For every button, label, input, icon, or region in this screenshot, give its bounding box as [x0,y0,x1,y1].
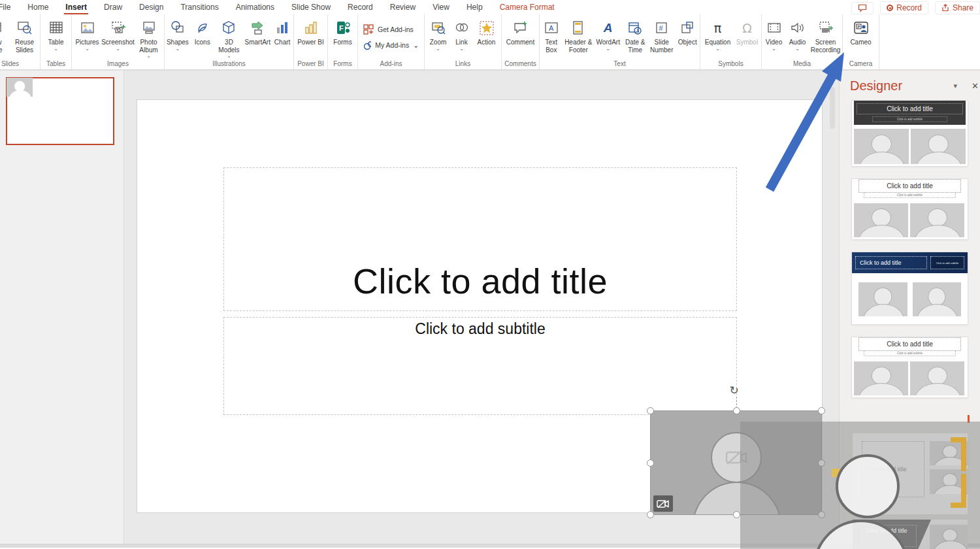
camera-off-badge [653,495,673,512]
pictures-button[interactable]: Pictures ⌄ [73,16,103,51]
card-title-text: Click to add title [858,337,961,351]
dropdown-chevron: ⌄ [176,47,180,51]
ribbon-group-tables: Table ⌄ Tables [41,14,72,69]
tab-transitions[interactable]: Transitions [172,0,227,14]
record-button[interactable]: Record [880,1,928,14]
slide-number-button[interactable]: # Slide Number [648,16,675,54]
title-placeholder-text: Click to add title [353,261,608,301]
wordart-button[interactable]: A WordArt ⌄ [594,16,622,51]
equation-button[interactable]: π Equation ⌄ [702,16,734,51]
group-label: Media [762,59,842,69]
card-subtitle-text: Click to add subtitle [872,116,947,122]
text-box-button[interactable]: A Text Box [540,16,563,54]
comment-bubble-icon [858,4,867,12]
photo-album-button[interactable]: Photo Album ⌄ [134,16,164,58]
tab-view[interactable]: View [424,0,458,14]
zoom-icon [430,18,447,39]
link-button[interactable]: Link ⌄ [451,16,473,51]
designer-panel-title: Designer [850,78,954,93]
ribbon-group-slides: New Slide ⌄ Reuse Slides Slides [0,14,41,69]
smartart-icon [249,18,266,39]
group-label: Tables [41,59,71,69]
3d-models-button[interactable]: 3D Models ⌄ [214,16,244,58]
my-add-ins-button[interactable]: My Add-ins ⌄ [363,40,419,50]
cameo-button[interactable]: P Cameo [845,16,877,46]
comments-toggle-button[interactable] [851,2,874,14]
design-suggestion-card[interactable]: Click to add title Click to add subtitle [852,252,968,324]
new-slide-icon [0,18,4,39]
resize-handle[interactable] [647,407,654,414]
svg-text:P: P [857,25,860,29]
slide-1-thumbnail[interactable] [6,77,114,145]
tab-help[interactable]: Help [458,0,491,14]
video-button[interactable]: Video ⌄ [762,16,786,51]
screen-recording-icon [817,18,834,39]
tab-camera-format[interactable]: Camera Format [491,0,563,14]
rotate-handle[interactable]: ↻ [730,384,739,397]
person-placeholder [930,525,968,549]
ribbon-group-links: Zoom ⌄ Link ⌄ Action Links [425,14,502,69]
shapes-button[interactable]: Shapes ⌄ [165,16,191,51]
audio-button[interactable]: Audio ⌄ [786,16,809,51]
tab-file[interactable]: File [0,0,19,14]
power-bi-button[interactable]: Power BI [296,16,326,46]
smartart-button[interactable]: SmartArt [244,16,271,46]
button-label: 3D Models [215,39,244,54]
comment-button[interactable]: Comment [503,16,538,46]
card-title-text: Click to add title [858,179,961,193]
zoom-button[interactable]: Zoom ⌄ [426,16,451,51]
button-label: Video [766,39,782,46]
tab-review[interactable]: Review [382,0,424,14]
chevron-down-icon[interactable]: ▾ [954,82,958,90]
tab-slide-show[interactable]: Slide Show [283,0,339,14]
screen-recording-button[interactable]: Screen Recording [809,16,842,54]
object-button[interactable]: Object [675,16,700,46]
design-suggestion-card[interactable]: Click to add title Click to add subtitle [852,101,968,166]
resize-handle[interactable] [818,407,825,414]
tab-design[interactable]: Design [131,0,172,14]
button-label: Photo Album [135,39,163,54]
group-label: Power BI [294,59,327,69]
tab-home[interactable]: Home [19,0,57,14]
button-label: Forms [333,39,351,46]
resize-handle[interactable] [647,511,654,518]
chart-button[interactable]: Chart [271,16,293,46]
close-icon[interactable]: ✕ [972,81,979,91]
svg-text:A: A [549,24,554,32]
screenshot-button[interactable]: Screenshot ⌄ [103,16,134,51]
resize-handle[interactable] [733,407,740,414]
slide-thumbnail-panel [0,71,124,544]
button-label: Pictures [75,39,99,46]
resize-handle[interactable] [647,459,654,467]
ribbon-group-text: A Text Box Header & Footer A WordArt ⌄ D… [540,14,700,69]
table-button[interactable]: Table ⌄ [42,16,71,51]
button-label: Cameo [850,39,871,46]
date-time-button[interactable]: Date & Time [622,16,648,54]
person-placeholder [854,129,909,164]
tab-draw[interactable]: Draw [95,0,131,14]
tab-animations[interactable]: Animations [227,0,283,14]
icons-button[interactable]: Icons [191,16,214,46]
design-suggestion-card[interactable]: Click to add title Click to add subtitle [852,337,968,397]
get-add-ins-button[interactable]: Get Add-ins [363,24,419,35]
video-icon [766,18,783,39]
share-button[interactable]: Share [935,1,980,14]
reuse-slides-button[interactable]: Reuse Slides [10,16,40,54]
icons-icon [194,18,211,39]
header-footer-button[interactable]: Header & Footer [563,16,594,54]
ribbon-group-illustrations: Shapes ⌄ Icons 3D Models ⌄ SmartArt [165,14,294,69]
forms-button[interactable]: F Forms [329,16,357,46]
new-slide-button[interactable]: New Slide ⌄ [0,16,10,58]
dropdown-chevron: ⌄ [413,41,419,49]
button-label: Power BI [297,39,324,46]
camera-off-icon [657,499,670,508]
tab-record[interactable]: Record [339,0,382,14]
vertical-scrollbar[interactable] [830,87,835,129]
subtitle-placeholder[interactable]: Click to add subtitle [223,317,737,415]
ribbon-group-add-ins: Get Add-ins My Add-ins ⌄ Add-ins [358,14,425,69]
tab-insert[interactable]: Insert [57,0,95,14]
title-placeholder[interactable]: Click to add title [223,167,737,311]
resize-handle[interactable] [733,511,740,518]
action-button[interactable]: Action [473,16,500,46]
design-suggestion-card[interactable]: Click to add title Click to add subtitle [852,179,968,239]
